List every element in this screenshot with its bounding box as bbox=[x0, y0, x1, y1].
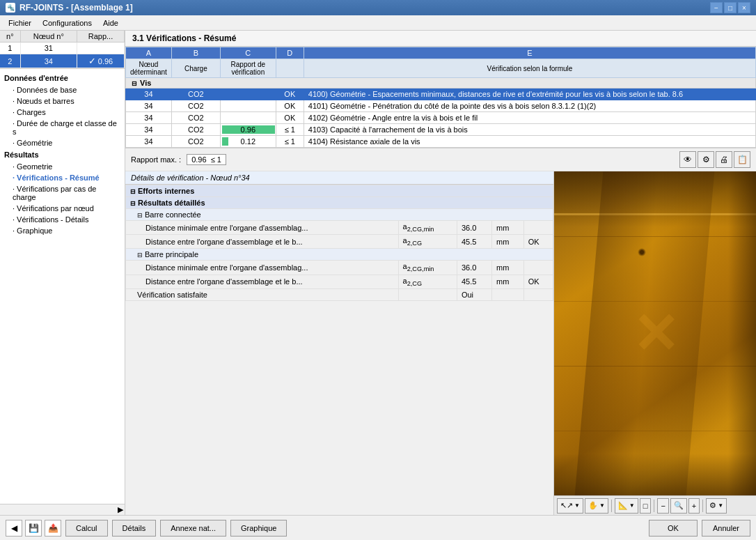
subheader-c: Rapport de vérification bbox=[220, 59, 276, 78]
view-settings-btn[interactable]: ⚙▼ bbox=[706, 498, 727, 514]
cell-e: 4104) Résistance axiale de la vis bbox=[304, 136, 755, 148]
detail-symbol: a2,CG,min bbox=[398, 261, 457, 275]
details-section-resultats[interactable]: ⊟Résultats détaillés bbox=[126, 197, 553, 209]
row-n: 2 bbox=[0, 54, 20, 68]
table-row[interactable]: 34 CO2 0.96 ≤ 1 4103) Capacité à l'arrac… bbox=[126, 124, 756, 136]
ok-button[interactable]: OK bbox=[649, 520, 698, 537]
cell-a: 34 bbox=[126, 100, 172, 112]
cell-d: ≤ 1 bbox=[276, 124, 304, 136]
nav-item-verif-cas[interactable]: · Vérifications par cas de charge bbox=[0, 183, 125, 203]
view-icon-btn[interactable]: 👁 bbox=[679, 151, 696, 168]
cell-e: 4101) Géométrie - Pénétration du côté de… bbox=[304, 100, 755, 112]
detail-label: Distance entre l'organe d'assemblage et … bbox=[126, 275, 399, 288]
detail-value: 36.0 bbox=[457, 221, 491, 235]
details-row: Distance minimale entre l'organe d'assem… bbox=[126, 221, 553, 235]
table-row[interactable]: 34 CO2 OK 4101) Géométrie - Pénétration … bbox=[126, 100, 756, 112]
details-section-efforts[interactable]: ⊟Efforts internes bbox=[126, 185, 553, 197]
save-btn[interactable]: 💾 bbox=[25, 520, 42, 537]
details-row: Distance entre l'organe d'assemblage et … bbox=[126, 275, 553, 288]
export-btn[interactable]: 📤 bbox=[45, 520, 61, 537]
main-layout: n° Nœud n° Rapp... 1 31 2 34 ✓ 0.96 bbox=[0, 31, 756, 515]
table-row[interactable]: 2 34 ✓ 0.96 bbox=[0, 54, 125, 68]
nav-item-charges[interactable]: · Charges bbox=[0, 107, 125, 118]
nav-item-geometry[interactable]: · Géométrie bbox=[0, 137, 125, 148]
detail-ok: OK bbox=[523, 275, 553, 288]
view-zoom-in-btn[interactable]: + bbox=[688, 498, 700, 514]
view-zoom-fit-btn[interactable]: 🔍 bbox=[670, 498, 687, 514]
view-pan-btn[interactable]: ✋▼ bbox=[585, 498, 608, 514]
nav-item-nodes-bars[interactable]: · Nœuds et barres bbox=[0, 95, 125, 107]
nav-tree: Données d'entrée · Données de base · Nœu… bbox=[0, 69, 125, 504]
nav-back-btn[interactable]: ◀ bbox=[6, 520, 22, 537]
separator bbox=[702, 500, 703, 512]
maximize-button[interactable]: □ bbox=[724, 2, 737, 13]
col-header-e: E bbox=[304, 47, 755, 59]
col-header-ratio: Rapp... bbox=[77, 31, 124, 43]
details-sub-barre-connectee[interactable]: ⊟Barre connectée bbox=[126, 209, 553, 221]
expand-icon[interactable]: ⊟ bbox=[137, 212, 143, 219]
minimize-button[interactable]: − bbox=[710, 2, 723, 13]
nav-item-graphique[interactable]: · Graphique bbox=[0, 225, 125, 236]
col-header-c: C bbox=[220, 47, 276, 59]
node-table: n° Nœud n° Rapp... 1 31 2 34 ✓ 0.96 bbox=[0, 31, 125, 69]
export-icon-btn[interactable]: 📋 bbox=[734, 151, 750, 168]
detail-ok: OK bbox=[523, 235, 553, 249]
menu-bar: Fichier Configurations Aide bbox=[0, 15, 756, 31]
row-node: 34 bbox=[20, 54, 77, 68]
nav-item-duration[interactable]: · Durée de charge et classe de s bbox=[0, 118, 125, 137]
expand-icon[interactable]: ⊟ bbox=[130, 200, 136, 207]
graphique-button[interactable]: Graphique bbox=[230, 520, 287, 537]
expand-icon[interactable]: ⊟ bbox=[137, 252, 143, 259]
table-row[interactable]: 34 CO2 OK 4100) Géométrie - Espacements … bbox=[126, 88, 756, 100]
calcul-button[interactable]: Calcul bbox=[65, 520, 108, 537]
annexe-button[interactable]: Annexe nat... bbox=[160, 520, 226, 537]
collapse-icon[interactable]: ⊟ bbox=[132, 80, 137, 87]
nav-item-base-data[interactable]: · Données de base bbox=[0, 84, 125, 95]
cell-e: 4103) Capacité à l'arrachement de la vis… bbox=[304, 124, 755, 136]
cell-a: 34 bbox=[126, 136, 172, 148]
nav-section-input: Données d'entrée bbox=[0, 72, 125, 84]
app-icon: 🔩 bbox=[6, 3, 15, 13]
view-clip-btn[interactable]: □ bbox=[640, 498, 652, 514]
details-button[interactable]: Détails bbox=[112, 520, 157, 537]
cell-d: OK bbox=[276, 88, 304, 100]
table-row[interactable]: 34 CO2 OK 4102) Géométrie - Angle entre … bbox=[126, 112, 756, 124]
view-rotate-btn[interactable]: ↖↗▼ bbox=[557, 498, 583, 514]
separator bbox=[654, 500, 654, 512]
expand-icon[interactable]: ⊟ bbox=[130, 188, 136, 195]
row-ratio bbox=[77, 43, 124, 54]
view-zoom-out-btn[interactable]: − bbox=[657, 498, 668, 514]
view-measure-btn[interactable]: 📐▼ bbox=[615, 498, 638, 514]
window-controls: − □ × bbox=[710, 2, 750, 13]
detail-label: Distance minimale entre l'organe d'assem… bbox=[126, 221, 399, 235]
separator bbox=[611, 500, 612, 512]
detail-symbol bbox=[398, 288, 457, 300]
rapport-icons: 👁 ⚙ 🖨 📋 bbox=[679, 151, 750, 168]
nav-item-verif-noeud[interactable]: · Vérifications par nœud bbox=[0, 203, 125, 214]
menu-aide[interactable]: Aide bbox=[97, 17, 124, 29]
close-button[interactable]: × bbox=[738, 2, 750, 13]
details-sub-barre-principale[interactable]: ⊟Barre principale bbox=[126, 249, 553, 261]
subheader-b: Charge bbox=[171, 59, 220, 78]
cell-c bbox=[220, 88, 276, 100]
cell-c bbox=[220, 100, 276, 112]
annuler-button[interactable]: Annuler bbox=[702, 520, 750, 537]
screw-hole bbox=[638, 248, 646, 256]
scroll-arrow-right[interactable]: ▶ bbox=[118, 505, 123, 514]
menu-configurations[interactable]: Configurations bbox=[37, 17, 97, 29]
nav-item-verif-details[interactable]: · Vérifications - Détails bbox=[0, 214, 125, 225]
nav-item-verif-resume[interactable]: · Vérifications - Résumé bbox=[0, 172, 125, 183]
subheader-d bbox=[276, 59, 304, 78]
print-icon-btn[interactable]: 🖨 bbox=[716, 151, 732, 168]
detail-label: Distance minimale entre l'organe d'assem… bbox=[126, 261, 399, 275]
filter-icon-btn[interactable]: ⚙ bbox=[698, 151, 714, 168]
verif-table-container: A B C D E Nœud déterminant Charge Rappor… bbox=[125, 47, 756, 148]
left-scrollbar[interactable]: ▶ bbox=[0, 504, 125, 515]
cell-d: OK bbox=[276, 112, 304, 124]
rapport-row: Rapport max. : 0.96 ≤ 1 👁 ⚙ 🖨 📋 bbox=[125, 148, 756, 171]
nav-item-geometrie[interactable]: · Geometrie bbox=[0, 161, 125, 172]
table-row[interactable]: 34 CO2 0.12 ≤ 1 4104) Résistance axiale … bbox=[126, 136, 756, 148]
table-row[interactable]: 1 31 bbox=[0, 43, 125, 54]
detail-value: Oui bbox=[457, 288, 491, 300]
menu-fichier[interactable]: Fichier bbox=[3, 17, 37, 29]
